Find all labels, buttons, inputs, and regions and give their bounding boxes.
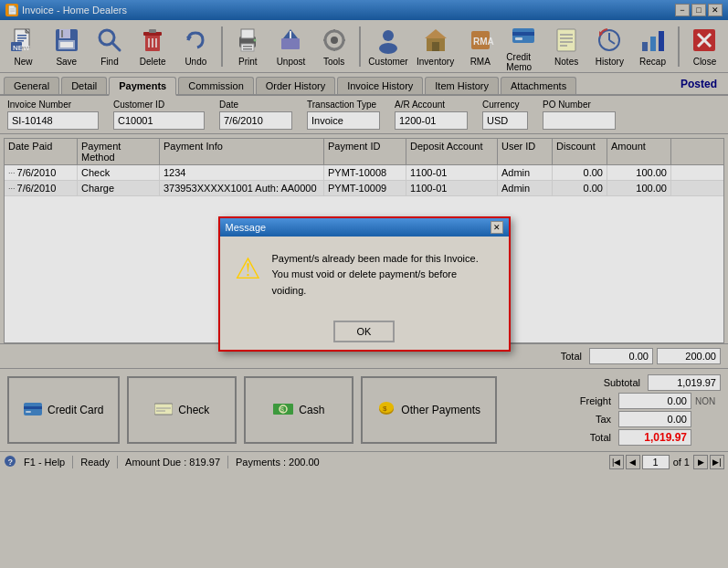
warning-icon: ⚠ [235,251,261,286]
modal-titlebar: Message ✕ [220,218,509,237]
message-modal: Message ✕ ⚠ Payment/s already been made … [218,216,511,352]
modal-close-btn[interactable]: ✕ [491,221,503,234]
modal-body: ⚠ Payment/s already been made for this I… [220,237,509,314]
modal-footer: OK [220,313,509,350]
modal-ok-btn[interactable]: OK [333,321,396,342]
modal-message: Payment/s already been made for this Inv… [272,251,494,300]
modal-overlay: Message ✕ ⚠ Payment/s already been made … [0,0,728,568]
modal-title: Message [226,222,267,233]
